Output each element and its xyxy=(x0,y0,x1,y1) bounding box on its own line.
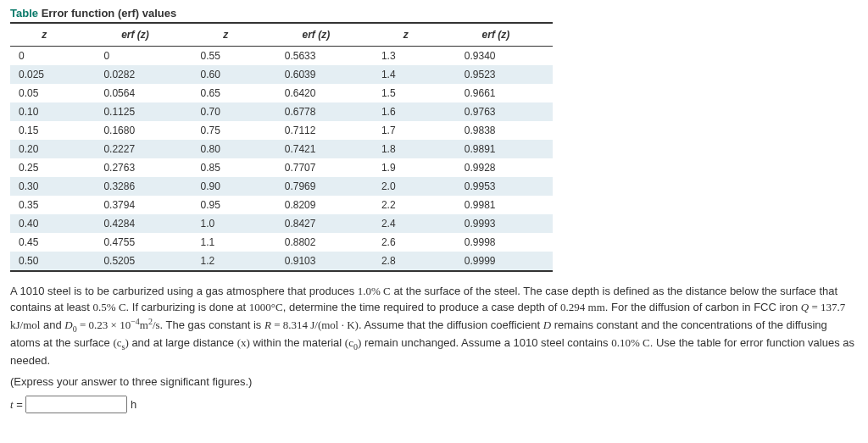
table-cell: 0.30 xyxy=(10,177,78,196)
text: . For the diffusion of carbon in FCC iro… xyxy=(605,301,801,313)
text: . The gas constant is xyxy=(160,318,264,331)
table-cell: 0.2227 xyxy=(78,140,192,158)
table-row: 0.450.47551.10.88022.60.9998 xyxy=(10,233,553,252)
table-cell: 0.7112 xyxy=(259,121,373,140)
erf-table: zerf (z)zerf (z)zerf (z) 000.550.56331.3… xyxy=(10,22,553,272)
table-cell: 1.7 xyxy=(373,121,439,140)
table-row: 000.550.56331.30.9340 xyxy=(10,47,553,66)
table-cell: 0.8209 xyxy=(259,196,373,214)
table-cell: 0 xyxy=(78,47,192,66)
table-cell: 0.9763 xyxy=(439,102,553,121)
value: 0.5% C xyxy=(93,301,126,313)
value: = 0.23 × 10 xyxy=(77,318,131,331)
table-cell: 0.65 xyxy=(192,84,259,102)
table-cell: 0.4284 xyxy=(78,214,192,233)
table-cell: 0.45 xyxy=(10,233,78,252)
table-cell: 0.80 xyxy=(192,140,259,158)
table-row: 0.350.37940.950.82092.20.9981 xyxy=(10,196,553,214)
table-cell: 1.3 xyxy=(373,47,439,66)
table-cell: 0.9928 xyxy=(439,158,553,177)
table-cell: 0.50 xyxy=(10,252,78,271)
text: and xyxy=(40,318,64,331)
table-cell: 0.60 xyxy=(192,65,259,84)
text: A 1010 steel is to be carburized using a… xyxy=(10,285,358,297)
table-row: 0.200.22270.800.74211.80.9891 xyxy=(10,140,553,158)
answer-input[interactable] xyxy=(25,396,127,413)
superscript: −4 xyxy=(131,317,140,326)
table-cell: 0.0564 xyxy=(78,84,192,102)
table-cell: 0.9340 xyxy=(439,47,553,66)
table-cell: 0.8427 xyxy=(259,214,373,233)
table-cell: 0.8802 xyxy=(259,233,373,252)
value: 1000°C xyxy=(249,301,283,313)
table-cell: 0.1125 xyxy=(78,102,192,121)
table-header: erf (z) xyxy=(78,23,192,47)
unit: m xyxy=(140,318,148,331)
math-var: D xyxy=(64,318,72,331)
table-cell: 2.2 xyxy=(373,196,439,214)
table-cell: 0.4755 xyxy=(78,233,192,252)
table-cell: 0.3286 xyxy=(78,177,192,196)
table-cell: 2.8 xyxy=(373,252,439,271)
table-cell: 0.9998 xyxy=(439,233,553,252)
table-cell: 0.25 xyxy=(10,158,78,177)
table-cell: 2.6 xyxy=(373,233,439,252)
table-row: 0.300.32860.900.79692.00.9953 xyxy=(10,177,553,196)
table-cell: 0.9953 xyxy=(439,177,553,196)
table-cell: 0.6778 xyxy=(259,102,373,121)
table-cell: 0.7969 xyxy=(259,177,373,196)
text: remain unchanged. Assume a 1010 steel co… xyxy=(361,336,611,349)
table-cell: 1.4 xyxy=(373,65,439,84)
table-header: erf (z) xyxy=(439,23,553,47)
table-row: 0.0250.02820.600.60391.40.9523 xyxy=(10,65,553,84)
table-cell: 0.9993 xyxy=(439,214,553,233)
table-cell: 0.9661 xyxy=(439,84,553,102)
value: 0.294 mm xyxy=(560,301,605,313)
math-var: R xyxy=(264,318,271,331)
table-cell: 0.95 xyxy=(192,196,259,214)
math-var: D xyxy=(543,318,551,331)
text: within the material xyxy=(250,336,345,349)
table-cell: 0.55 xyxy=(192,47,259,66)
table-cell: 0.10 xyxy=(10,102,78,121)
table-row: 0.400.42841.00.84272.40.9993 xyxy=(10,214,553,233)
paren: (c xyxy=(113,336,121,349)
table-caption: Table Error function (erf) values xyxy=(10,7,858,19)
table-cell: 0.9891 xyxy=(439,140,553,158)
table-cell: 0.20 xyxy=(10,140,78,158)
table-cell: 0.70 xyxy=(192,102,259,121)
table-cell: 0.6039 xyxy=(259,65,373,84)
table-header: z xyxy=(373,23,439,47)
table-cell: 1.5 xyxy=(373,84,439,102)
table-row: 0.500.52051.20.91032.80.9999 xyxy=(10,252,553,271)
table-cell: 1.1 xyxy=(192,233,259,252)
table-cell: 0.2763 xyxy=(78,158,192,177)
answer-row: t = h xyxy=(10,396,858,413)
table-cell: 1.0 xyxy=(192,214,259,233)
table-caption-rest: Error function (erf) values xyxy=(42,7,177,19)
table-cell: 0.0282 xyxy=(78,65,192,84)
text: and at large distance xyxy=(129,336,237,349)
value: = 8.314 J/(mol · K) xyxy=(271,318,359,331)
value: 1.0% C xyxy=(358,285,391,297)
text: . If carburizing is done at xyxy=(126,301,249,313)
math-var: Q xyxy=(801,301,809,313)
table-cell: 0.7707 xyxy=(259,158,373,177)
unit: /s xyxy=(153,318,160,331)
table-cell: 0.7421 xyxy=(259,140,373,158)
equals: = xyxy=(14,398,26,411)
problem-paragraph-1: A 1010 steel is to be carburized using a… xyxy=(10,284,858,369)
table-cell: 0.75 xyxy=(192,121,259,140)
table-cell: 0.85 xyxy=(192,158,259,177)
table-header: z xyxy=(192,23,259,47)
table-cell: 1.9 xyxy=(373,158,439,177)
table-row: 0.150.16800.750.71121.70.9838 xyxy=(10,121,553,140)
table-row: 0.050.05640.650.64201.50.9661 xyxy=(10,84,553,102)
table-cell: 0.6420 xyxy=(259,84,373,102)
table-cell: 0.90 xyxy=(192,177,259,196)
table-caption-word: Table xyxy=(10,7,38,19)
table-cell: 0.15 xyxy=(10,121,78,140)
table-cell: 0.025 xyxy=(10,65,78,84)
table-cell: 0.9523 xyxy=(439,65,553,84)
table-cell: 2.4 xyxy=(373,214,439,233)
